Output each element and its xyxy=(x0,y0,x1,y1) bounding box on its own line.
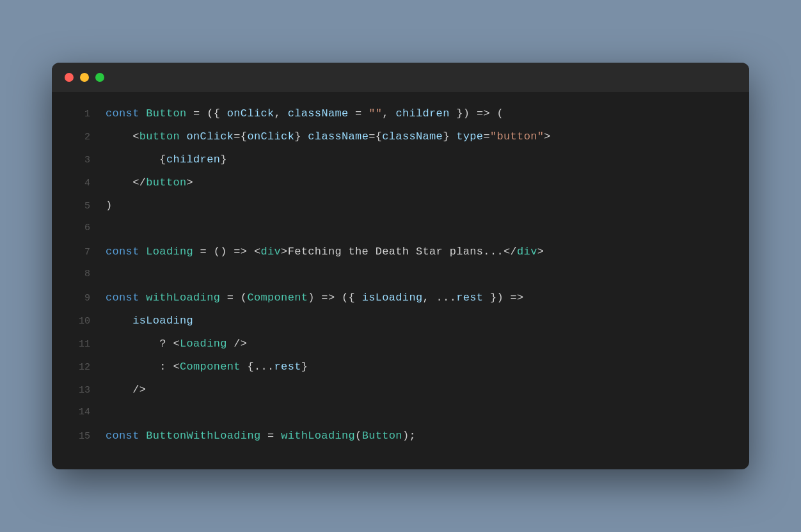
code-line-8: 8 xyxy=(52,266,749,289)
code-line-14: 14 xyxy=(52,404,749,427)
close-button[interactable] xyxy=(65,73,74,82)
code-line-3: 3 {children} xyxy=(52,151,749,174)
maximize-button[interactable] xyxy=(95,73,104,82)
code-text: : <Component {...rest} xyxy=(106,358,308,377)
code-line-13: 13 /> xyxy=(52,381,749,404)
code-line-12: 12 : <Component {...rest} xyxy=(52,358,749,381)
code-line-9: 9 const withLoading = (Component) => ({ … xyxy=(52,289,749,312)
code-text: /> xyxy=(106,381,146,400)
code-text: const Button = ({ onClick, className = "… xyxy=(106,105,504,123)
code-editor: 1 const Button = ({ onClick, className =… xyxy=(52,92,749,469)
line-number: 12 xyxy=(65,359,90,376)
line-number: 5 xyxy=(65,198,90,215)
code-text: </button> xyxy=(106,174,193,192)
code-text: const ButtonWithLoading = withLoading(Bu… xyxy=(106,427,416,446)
code-text: ? <Loading /> xyxy=(106,335,247,354)
code-line-2: 2 <button onClick={onClick} className={c… xyxy=(52,128,749,151)
code-window: 1 const Button = ({ onClick, className =… xyxy=(52,63,749,469)
line-number: 14 xyxy=(65,404,90,421)
code-text: ) xyxy=(106,197,113,215)
line-number: 9 xyxy=(65,290,90,307)
line-number: 7 xyxy=(65,244,90,261)
line-number: 2 xyxy=(65,129,90,146)
code-text: const Loading = () => <div>Fetching the … xyxy=(106,243,544,262)
code-line-4: 4 </button> xyxy=(52,174,749,197)
code-text: const withLoading = (Component) => ({ is… xyxy=(106,289,524,308)
minimize-button[interactable] xyxy=(80,73,89,82)
line-number: 1 xyxy=(65,106,90,123)
code-line-6: 6 xyxy=(52,220,749,243)
line-number: 10 xyxy=(65,313,90,330)
code-line-11: 11 ? <Loading /> xyxy=(52,335,749,358)
code-line-10: 10 isLoading xyxy=(52,312,749,335)
line-number: 4 xyxy=(65,175,90,192)
line-number: 6 xyxy=(65,220,90,237)
line-number: 8 xyxy=(65,266,90,283)
code-text: {children} xyxy=(106,151,227,169)
line-number: 13 xyxy=(65,382,90,399)
code-text: <button onClick={onClick} className={cla… xyxy=(106,128,551,146)
code-line-1: 1 const Button = ({ onClick, className =… xyxy=(52,105,749,128)
title-bar xyxy=(52,63,749,92)
line-number: 11 xyxy=(65,336,90,353)
code-text: isLoading xyxy=(106,312,193,331)
code-line-7: 7 const Loading = () => <div>Fetching th… xyxy=(52,243,749,266)
line-number: 15 xyxy=(65,428,90,445)
code-line-15: 15 const ButtonWithLoading = withLoading… xyxy=(52,427,749,450)
line-number: 3 xyxy=(65,152,90,169)
code-line-5: 5 ) xyxy=(52,197,749,220)
